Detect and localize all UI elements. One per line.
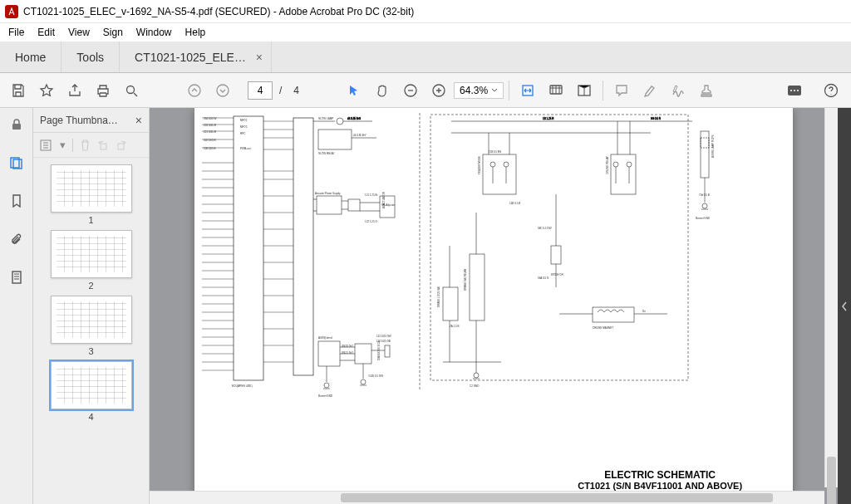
svg-text:100 0.65 B: 100 0.65 B	[204, 147, 216, 150]
svg-text:99A 0.5 G: 99A 0.5 G	[538, 276, 549, 280]
svg-rect-85	[318, 130, 352, 149]
page-separator: /	[274, 85, 287, 96]
svg-point-11	[797, 90, 799, 91]
thumbnail-page-2[interactable]: 2	[51, 230, 132, 291]
menu-view[interactable]: View	[61, 25, 96, 40]
zoom-in-icon[interactable]	[426, 77, 452, 104]
thumbnail-page-1[interactable]: 1	[51, 164, 132, 225]
page-display-icon[interactable]	[543, 77, 569, 104]
left-nav-rail	[0, 108, 33, 504]
svg-rect-16	[12, 272, 21, 283]
svg-rect-20	[234, 116, 263, 380]
app-icon	[5, 5, 18, 18]
svg-point-1	[189, 85, 200, 96]
notifications-icon[interactable]	[781, 77, 808, 104]
svg-point-136	[490, 162, 495, 167]
svg-point-9	[790, 90, 792, 91]
schematic-drawing: 294 0.65 WZ20 0.65 BZ21 0.65 B 502 0.65 …	[201, 113, 760, 462]
thumb-rotate-cw-icon[interactable]	[116, 139, 127, 151]
svg-text:C2 GND: C2 GND	[470, 384, 480, 388]
svg-text:98C 0.5 GW: 98C 0.5 GW	[538, 227, 552, 230]
svg-text:MFO1: MFO1	[240, 119, 248, 122]
svg-text:294 0.65 W: 294 0.65 W	[204, 117, 217, 120]
help-icon[interactable]	[818, 77, 844, 104]
thumb-rotate-ccw-icon[interactable]	[97, 139, 109, 151]
star-icon[interactable]	[33, 77, 60, 104]
svg-text:Bonnet GND: Bonnet GND	[318, 394, 333, 398]
svg-text:PWM-out: PWM-out	[240, 147, 251, 150]
vertical-scrollbar[interactable]	[824, 108, 838, 487]
title-bar: CT1021-1025_ELEC_v-1692_NA-S5-4.pdf (SEC…	[0, 0, 851, 23]
svg-text:121 1.25 Br: 121 1.25 Br	[365, 193, 378, 197]
highlight-icon[interactable]	[637, 77, 663, 104]
svg-text:Z20 0.65 B: Z20 0.65 B	[204, 124, 216, 127]
thumb-options-icon[interactable]	[40, 139, 53, 151]
thumbnail-page-3[interactable]: 3	[51, 296, 132, 356]
svg-text:ECU(APIES 4001): ECU(APIES 4001)	[232, 384, 253, 388]
svg-text:W421 GrY: W421 GrY	[342, 351, 353, 355]
svg-text:Actuator Power Supply: Actuator Power Supply	[315, 192, 341, 195]
svg-text:DIAGNOSS ECU: DIAGNOSS ECU	[377, 341, 381, 360]
svg-point-140	[613, 162, 618, 167]
tab-home[interactable]: Home	[0, 42, 61, 72]
zoom-out-icon[interactable]	[397, 77, 424, 104]
attachments-panel-icon[interactable]	[5, 228, 28, 251]
thumb-label: 4	[88, 412, 93, 422]
bookmarks-panel-icon[interactable]	[5, 189, 28, 213]
page-number-input[interactable]	[248, 81, 273, 100]
lock-icon[interactable]	[5, 113, 28, 136]
zoom-level-dropdown[interactable]: 64.3%	[454, 82, 504, 99]
svg-point-82	[337, 118, 343, 125]
svg-text:BRAKE SW RELAY: BRAKE SW RELAY	[464, 269, 467, 291]
tab-document[interactable]: CT1021-1025_ELE… ×	[120, 42, 272, 72]
share-icon[interactable]	[61, 77, 88, 104]
layers-panel-icon[interactable]	[5, 266, 28, 289]
selection-tool-icon[interactable]	[341, 77, 367, 104]
close-panel-icon[interactable]: ×	[135, 114, 142, 127]
thumbnails-panel-icon[interactable]	[5, 151, 28, 174]
stamp-icon[interactable]	[693, 77, 720, 104]
print-icon[interactable]	[90, 77, 116, 104]
thumbnails-list[interactable]: 1 2 3 4	[33, 158, 149, 504]
menu-file[interactable]: File	[2, 25, 31, 40]
page-down-icon[interactable]	[209, 77, 236, 104]
horizontal-scroll-thumb[interactable]	[341, 493, 773, 502]
comment-icon[interactable]	[608, 77, 635, 104]
right-tools-pane-toggle[interactable]	[838, 108, 851, 504]
thumb-label: 3	[88, 346, 93, 356]
svg-text:ZA 1.5 B: ZA 1.5 B	[450, 325, 460, 328]
page-up-icon[interactable]	[181, 77, 208, 104]
svg-text:140 0.65 GB: 140 0.65 GB	[376, 340, 391, 343]
svg-rect-173	[701, 131, 709, 178]
menu-sign[interactable]: Sign	[96, 25, 130, 40]
svg-text:W420 GrY: W420 GrY	[342, 345, 353, 348]
thumbnail-page-4[interactable]: 4	[51, 361, 132, 422]
toolbar: / 4 64.3%	[0, 73, 851, 108]
svg-text:CRUISE RELAY: CRUISE RELAY	[606, 156, 609, 174]
document-viewport[interactable]: 294 0.65 WZ20 0.65 BZ21 0.65 B 502 0.65 …	[150, 108, 838, 504]
tab-close-icon[interactable]: ×	[256, 51, 263, 64]
svg-rect-148	[551, 246, 561, 264]
svg-text:44  0.85 BrY: 44 0.85 BrY	[353, 134, 366, 137]
svg-point-10	[794, 90, 795, 91]
svg-text:DIODE CR: DIODE CR	[551, 273, 564, 276]
read-mode-icon[interactable]	[571, 77, 598, 104]
tab-tools[interactable]: Tools	[61, 42, 120, 72]
svg-rect-18	[101, 144, 106, 149]
fit-width-icon[interactable]	[514, 77, 541, 104]
svg-text:W/ACTUATOR: W/ACTUATOR	[382, 191, 386, 208]
menu-help[interactable]: Help	[179, 25, 213, 40]
horizontal-scrollbar[interactable]	[150, 491, 824, 504]
tab-bar: Home Tools CT1021-1025_ELE… ×	[0, 42, 851, 73]
save-icon[interactable]	[5, 77, 32, 104]
svg-point-111	[361, 379, 366, 384]
thumb-delete-icon[interactable]	[80, 139, 91, 151]
svg-rect-155	[470, 254, 485, 321]
vertical-scroll-thumb[interactable]	[827, 457, 836, 504]
menu-window[interactable]: Window	[130, 25, 179, 40]
hand-tool-icon[interactable]	[369, 77, 396, 104]
menu-edit[interactable]: Edit	[31, 25, 61, 40]
svg-rect-154	[443, 287, 458, 321]
sign-icon[interactable]	[665, 77, 691, 104]
find-icon[interactable]	[118, 77, 145, 104]
